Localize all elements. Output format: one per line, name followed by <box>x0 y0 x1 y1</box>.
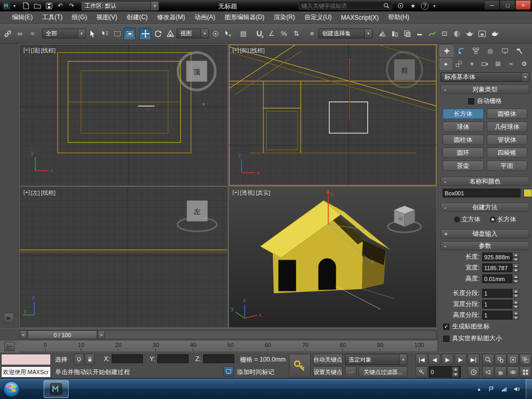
creation-box-option[interactable]: 长方体 <box>490 215 516 224</box>
redo-button[interactable] <box>66 1 77 10</box>
action-center-icon[interactable] <box>487 385 496 393</box>
taskbar-3dsmax-button[interactable] <box>44 380 69 398</box>
snaps-toggle-3d[interactable]: 3 <box>253 28 265 40</box>
menu-customize[interactable]: 自定义(U) <box>300 11 337 24</box>
x-coordinate-field[interactable] <box>112 354 143 363</box>
viewport-shading-button[interactable]: [线框] <box>41 189 56 197</box>
viewport-perspective[interactable]: x z y z x y 前 <box>229 187 437 328</box>
keyboard-shortcut-override-toggle[interactable] <box>237 28 249 40</box>
viewport-shading-button[interactable]: [线框] <box>250 47 264 55</box>
maximize-viewport-toggle[interactable] <box>520 366 531 378</box>
zoom-all-button[interactable] <box>495 354 507 365</box>
tab-motion[interactable] <box>483 45 497 57</box>
time-slider-handle[interactable]: 0 / 100 <box>28 330 97 339</box>
subtab-geometry[interactable] <box>440 58 452 70</box>
object-type-pyramid-button[interactable]: 四棱锥 <box>487 148 528 158</box>
show-desktop-button[interactable] <box>526 379 532 399</box>
width-segs-spinner[interactable] <box>512 300 519 309</box>
material-editor-button[interactable] <box>451 28 463 40</box>
help-chevron-icon[interactable]: ▾ <box>432 1 437 10</box>
viewport-name-button[interactable]: [前] <box>240 47 249 55</box>
viewcube[interactable]: 左 <box>178 201 217 231</box>
rollout-name-color[interactable]: 名称和颜色 <box>441 177 529 186</box>
start-button[interactable] <box>2 379 21 398</box>
search-icon[interactable] <box>381 1 392 10</box>
category-dropdown[interactable]: 标准基本体 <box>441 72 529 82</box>
subtab-shapes[interactable] <box>453 58 465 70</box>
tab-display[interactable] <box>498 45 512 57</box>
creation-cube-option[interactable]: 立方体 <box>454 215 481 224</box>
select-and-rotate-button[interactable] <box>152 28 164 40</box>
object-type-teapot-button[interactable]: 茶壶 <box>443 161 484 171</box>
previous-frame-nudge-button[interactable]: < <box>20 330 27 339</box>
rollout-object-type[interactable]: 对象类型 <box>441 85 529 94</box>
favorites-icon[interactable] <box>408 1 418 10</box>
spinner-snap-toggle[interactable] <box>290 28 302 40</box>
schematic-view-button[interactable] <box>438 28 450 40</box>
viewport-name-button[interactable]: [顶] <box>31 47 40 55</box>
bind-to-space-warp-button[interactable] <box>26 28 38 40</box>
object-type-plane-button[interactable]: 平面 <box>487 161 528 171</box>
object-type-sphere-button[interactable]: 球体 <box>443 122 484 132</box>
zoom-button[interactable] <box>482 354 494 365</box>
length-segs-input[interactable] <box>482 289 512 298</box>
isolate-selection-toggle[interactable] <box>74 354 84 365</box>
network-icon[interactable] <box>500 385 508 393</box>
maxscript-mini-listener-bottom[interactable]: 欢迎使用 MAXScr <box>1 366 51 378</box>
maximize-button[interactable]: □ <box>500 0 515 10</box>
frame-spinner[interactable] <box>452 367 459 377</box>
object-type-box-button[interactable]: 长方体 <box>443 109 484 119</box>
edit-named-selection-sets-button[interactable] <box>306 28 318 40</box>
track-bar[interactable]: 0 10 20 30 40 50 60 70 80 90 100 <box>19 340 437 352</box>
default-tangent-button[interactable] <box>345 366 356 378</box>
next-frame-nudge-button[interactable]: > <box>98 330 105 339</box>
object-type-geosphere-button[interactable]: 几何球体 <box>487 122 528 132</box>
viewport-name-button[interactable]: [左] <box>31 189 40 197</box>
object-type-tube-button[interactable]: 管状体 <box>487 135 528 145</box>
menu-rendering[interactable]: 渲染(R) <box>269 11 300 24</box>
object-color-swatch[interactable] <box>523 189 532 197</box>
close-button[interactable]: × <box>515 0 531 10</box>
object-type-cylinder-button[interactable]: 圆柱体 <box>443 135 484 145</box>
render-setup-button[interactable] <box>463 28 475 40</box>
height-segs-spinner[interactable] <box>512 311 519 320</box>
viewport-shading-button[interactable]: [真实] <box>256 189 270 197</box>
communication-center-icon[interactable] <box>396 1 405 10</box>
viewport-name-button[interactable]: [透视] <box>240 189 255 197</box>
viewcube[interactable]: 前 <box>387 52 422 87</box>
next-frame-button[interactable]: ▶ <box>455 354 467 365</box>
zoom-extents-all-button[interactable] <box>520 354 531 365</box>
menu-edit[interactable]: 编辑(E) <box>7 11 37 24</box>
add-time-tag[interactable]: 添加时间标记 <box>237 368 274 377</box>
height-input[interactable] <box>482 274 512 283</box>
play-button[interactable]: ▶ <box>442 354 454 365</box>
app-menu-button[interactable]: ▾ <box>0 0 20 11</box>
percent-snap-toggle[interactable]: % <box>278 28 290 40</box>
volume-icon[interactable] <box>512 385 521 393</box>
length-segs-spinner[interactable] <box>512 289 519 298</box>
select-and-manipulate-button[interactable] <box>222 28 234 40</box>
subtab-helpers[interactable] <box>492 58 504 70</box>
select-and-link-button[interactable] <box>2 28 14 40</box>
open-file-button[interactable] <box>32 1 43 10</box>
object-type-torus-button[interactable]: 圆环 <box>443 148 484 158</box>
unlink-selection-button[interactable] <box>14 28 26 40</box>
height-segs-input[interactable] <box>482 311 512 320</box>
menu-create[interactable]: 创建(C) <box>122 11 153 24</box>
selection-filter-dropdown[interactable]: 全部 <box>42 29 86 38</box>
select-and-move-button[interactable] <box>139 28 151 40</box>
pan-view-button[interactable] <box>495 366 507 378</box>
viewport-menu-button[interactable]: [+] <box>23 47 30 55</box>
object-type-cone-button[interactable]: 圆锥体 <box>487 109 528 119</box>
render-production-button[interactable] <box>488 28 500 40</box>
rendered-frame-window-button[interactable] <box>476 28 488 40</box>
width-input[interactable] <box>482 263 512 272</box>
new-scene-button[interactable] <box>21 1 31 10</box>
maxscript-mini-listener-top[interactable] <box>1 354 51 365</box>
menu-group[interactable]: 组(G) <box>67 11 91 24</box>
viewport-top[interactable]: x y x 顶 [+] <box>20 45 228 185</box>
minimize-button[interactable]: ─ <box>484 0 500 10</box>
window-crossing-toggle[interactable] <box>124 28 136 40</box>
length-input[interactable] <box>482 252 512 261</box>
named-selection-sets-dropdown[interactable]: 创建选择集 <box>318 29 373 38</box>
